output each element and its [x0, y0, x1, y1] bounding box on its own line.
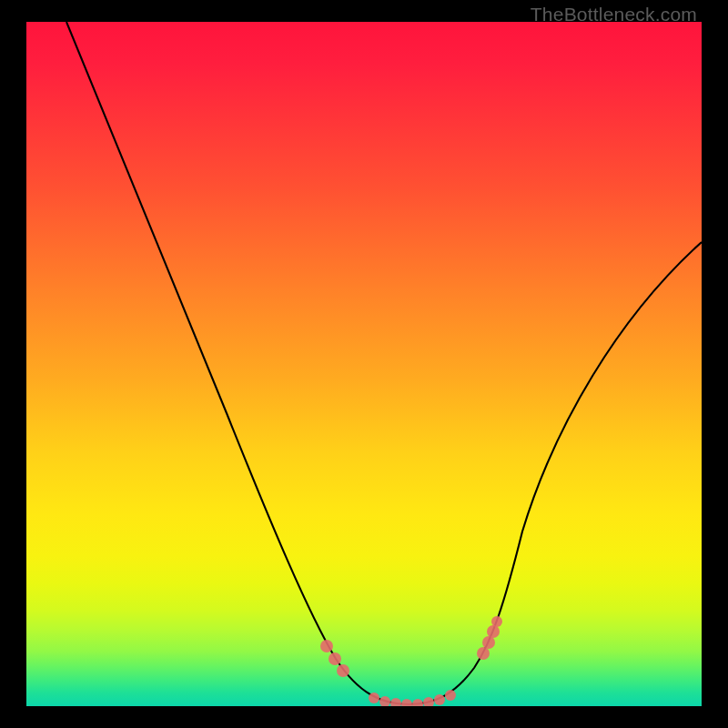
svg-point-5: [390, 698, 401, 706]
svg-point-12: [482, 636, 495, 649]
svg-point-11: [477, 647, 490, 660]
chart-area: [26, 22, 702, 706]
svg-point-4: [379, 696, 390, 706]
svg-point-1: [329, 652, 341, 665]
svg-point-2: [337, 664, 349, 677]
svg-point-8: [423, 697, 434, 706]
svg-point-9: [434, 694, 445, 705]
bottleneck-curve: [66, 22, 702, 704]
svg-point-10: [445, 690, 456, 701]
svg-point-6: [401, 699, 412, 706]
svg-point-7: [412, 699, 423, 706]
svg-point-13: [487, 625, 500, 638]
curve-markers: [320, 616, 502, 706]
watermark-text: TheBottleneck.com: [531, 4, 697, 25]
svg-point-3: [369, 693, 379, 703]
svg-point-0: [320, 640, 333, 652]
chart-svg: [26, 22, 702, 706]
svg-point-14: [491, 616, 502, 627]
